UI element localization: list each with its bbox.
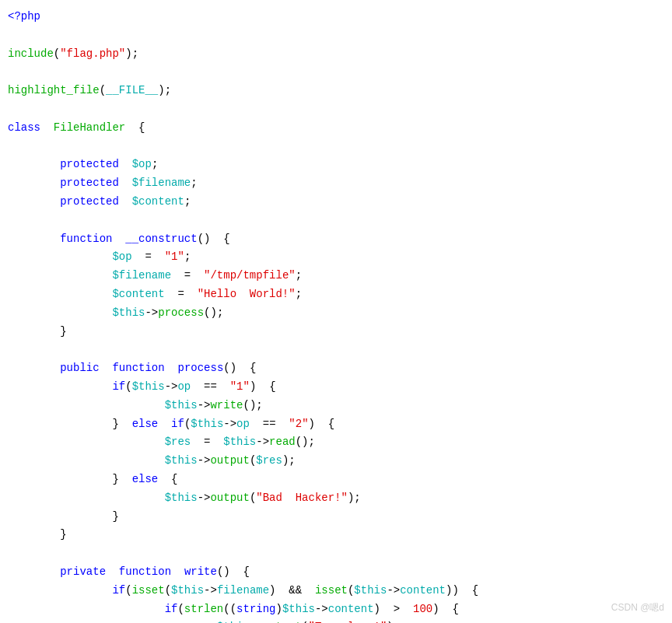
code-line: } [8, 323, 664, 341]
code-line: $this->process(); [8, 304, 664, 323]
code-container: <?php include("flag.php"); highlight_fil… [0, 0, 672, 623]
code-line: } [8, 526, 664, 544]
code-line: if(isset($this->filename) && isset($this… [8, 582, 664, 600]
code-line: $filename = "/tmp/tmpfile"; [8, 267, 664, 285]
code-line [8, 100, 664, 119]
code-line [8, 26, 664, 45]
watermark: CSDN @嗯d [611, 600, 664, 615]
code-line: } else { [8, 471, 664, 489]
code-line: } [8, 508, 664, 527]
code-line: private function write() { [8, 563, 664, 582]
code-line: include("flag.php"); [8, 45, 664, 64]
code-line: function __construct() { [8, 230, 664, 249]
code-line: $res = $this->read(); [8, 433, 664, 452]
code-line [8, 63, 664, 82]
code-line: protected $content; [8, 193, 664, 212]
code-line: <?php [8, 8, 664, 26]
code-line: class FileHandler { [8, 119, 664, 138]
code-line: if(strlen((string)$this->content) > 100)… [8, 600, 664, 619]
code-lines: <?php include("flag.php"); highlight_fil… [8, 8, 664, 623]
code-line: $this->output($res); [8, 452, 664, 471]
code-line [8, 544, 664, 563]
code-line: public function process() { [8, 359, 664, 378]
code-line: } else if($this->op == "2") { [8, 415, 664, 434]
code-line: $this->output("Too long!"); [8, 618, 664, 623]
code-line [8, 341, 664, 359]
code-line: $content = "Hello World!"; [8, 285, 664, 304]
code-line: $op = "1"; [8, 248, 664, 267]
code-line: if($this->op == "1") { [8, 378, 664, 397]
code-line: $this->write(); [8, 397, 664, 415]
code-line: protected $filename; [8, 174, 664, 193]
code-line: $this->output("Bad Hacker!"); [8, 489, 664, 508]
code-line: highlight_file(__FILE__); [8, 82, 664, 100]
code-line [8, 212, 664, 230]
code-line: protected $op; [8, 156, 664, 174]
code-line [8, 138, 664, 156]
